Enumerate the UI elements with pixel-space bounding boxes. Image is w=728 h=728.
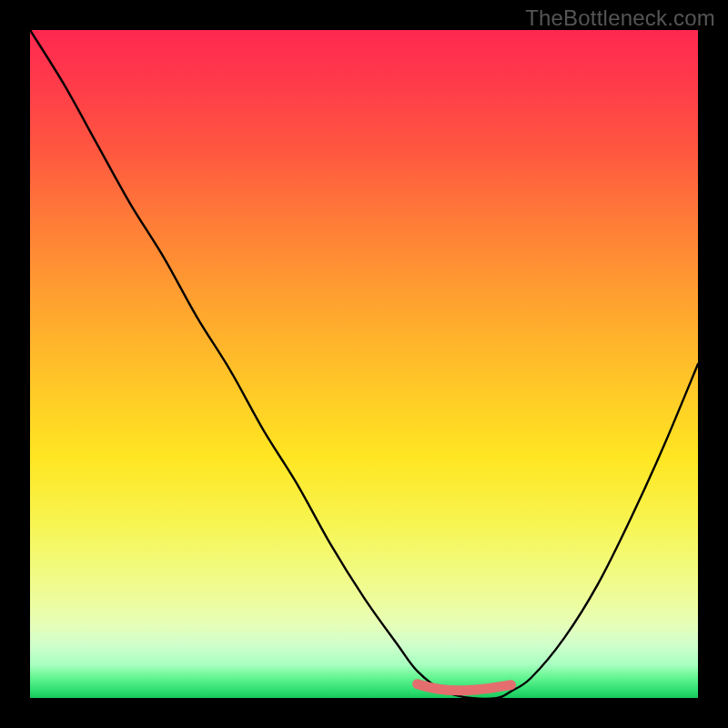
optimum-marker xyxy=(418,684,511,691)
bottleneck-curve xyxy=(30,30,698,699)
chart-overlay xyxy=(30,30,698,698)
chart-frame: TheBottleneck.com xyxy=(0,0,728,728)
watermark-text: TheBottleneck.com xyxy=(525,5,715,31)
